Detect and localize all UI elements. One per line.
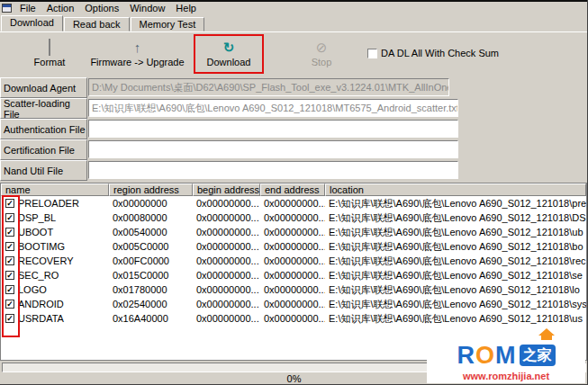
row-checkbox[interactable]: ✓ [5,300,14,309]
scatter-file-value[interactable]: E:\知识库\联想\A690\底包\Lenovo A690_S012_12101… [88,99,458,117]
download-agent-value[interactable]: D:\My Documents\桌面\D62\A690\SP_Flash_Too… [88,78,449,96]
region-address-cell: 0x16A40000 [109,311,193,326]
table-row[interactable]: ✓ SEC_RO 0x015C0000 0x00000000... 0x0000… [1,268,586,282]
scatter-file-row: Scatter-loading File E:\知识库\联想\A690\底包\L… [0,98,588,119]
menu-options[interactable]: Options [79,2,124,14]
tab-memory-test[interactable]: Memory Test [131,17,205,31]
begin-address-cell: 0x00000000... [193,268,260,282]
partition-name-cell: ✓ BOOTIMG [1,239,109,254]
download-agent-label: Download Agent [0,77,87,98]
partition-name-cell: ✓ RECOVERY [1,254,109,268]
format-icon [49,39,50,56]
tab-bar: Download Read back Memory Test [1,15,205,31]
window-icon[interactable] [2,4,12,13]
romzhijia-wordmark: ROM 之家 [457,341,555,370]
tab-download[interactable]: Download [1,15,63,31]
partition-name: SEC_RO [18,268,59,282]
stop-button-label: Stop [312,57,332,67]
download-button[interactable]: ↻ Download [196,37,261,71]
location-cell: E:\知识库\联想\A690\底包\Lenovo A690_S012_12101… [325,239,586,254]
table-row[interactable]: ✓ DSP_BL 0x00080000 0x00000000... 0x0000… [1,210,586,225]
certification-file-label: Certification File [0,139,87,160]
stop-button[interactable]: ⊘ Stop [293,37,350,71]
stop-icon: ⊘ [316,40,328,55]
begin-address-cell: 0x00000000... [193,196,260,210]
row-checkbox[interactable]: ✓ [5,314,14,323]
begin-address-cell: 0x00000000... [193,311,260,326]
partition-name: ANDROID [18,297,64,311]
end-address-cell: 0x00000000... [260,210,325,225]
authentication-file-row: Authentication File [0,119,588,139]
column-header-region-address[interactable]: region address [109,184,193,196]
firmware-upgrade-button[interactable]: ↑ Firmware -> Upgrade [90,37,185,71]
location-cell: E:\知识库\联想\A690\底包\Lenovo A690_S012_12101… [325,268,586,282]
certification-file-row: Certification File [0,139,588,160]
end-address-cell: 0x00000000... [260,254,325,268]
menu-window[interactable]: Window [124,2,170,14]
end-address-cell: 0x00000000... [260,282,325,297]
tab-read-back[interactable]: Read back [64,17,130,31]
logo-url: www.romzhijia.net [463,370,549,383]
column-header-end-address[interactable]: end address [260,184,325,196]
row-checkbox[interactable]: ✓ [5,199,14,208]
partition-name-cell: ✓ SEC_RO [1,268,109,282]
table-row[interactable]: ✓ RECOVERY 0x00FC0000 0x00000000... 0x00… [1,254,586,268]
row-checkbox[interactable]: ✓ [5,271,14,280]
location-cell: E:\知识库\联想\A690\底包\Lenovo A690_S012_12101… [325,254,586,268]
location-cell: E:\知识库\联想\A690\底包\Lenovo A690_S012_12101… [325,225,586,239]
partition-name-cell: ✓ USRDATA [1,311,109,326]
column-header-location[interactable]: location [325,184,586,196]
table-row[interactable]: ✓ LOGO 0x01780000 0x00000000... 0x000000… [1,282,586,297]
region-address-cell: 0x01780000 [109,282,193,297]
region-address-cell: 0x00FC0000 [109,254,193,268]
begin-address-cell: 0x00000000... [193,210,260,225]
row-checkbox[interactable]: ✓ [5,242,14,251]
partition-name: PRELOADER [18,196,79,210]
scatter-file-label: Scatter-loading File [0,98,87,119]
da-dl-checksum-option: DA DL All With Check Sum [367,48,499,58]
house-icon [538,328,555,340]
column-header-name[interactable]: name [1,184,109,196]
sp-flash-tool-window: File Action Options Window Help Download… [0,0,588,385]
menu-action[interactable]: Action [41,2,80,14]
end-address-cell: 0x00000000... [260,311,325,326]
partition-table-header: name region address begin address end ad… [1,184,586,196]
end-address-cell: 0x00000000... [260,196,325,210]
authentication-file-value[interactable] [88,120,458,138]
partition-name-cell: ✓ ANDROID [1,297,109,311]
row-checkbox[interactable]: ✓ [5,228,14,237]
table-row[interactable]: ✓ USRDATA 0x16A40000 0x00000000... 0x000… [1,311,586,326]
partition-name: UBOOT [18,225,53,239]
region-address-cell: 0x005C0000 [109,239,193,254]
table-row[interactable]: ✓ BOOTIMG 0x005C0000 0x00000000... 0x000… [1,239,586,254]
begin-address-cell: 0x00000000... [193,239,260,254]
table-row[interactable]: ✓ PRELOADER 0x00000000 0x00000000... 0x0… [1,196,586,210]
row-checkbox[interactable]: ✓ [5,285,14,294]
partition-name-cell: ✓ UBOOT [1,225,109,239]
region-address-cell: 0x02540000 [109,297,193,311]
region-address-cell: 0x00540000 [109,225,193,239]
begin-address-cell: 0x00000000... [193,297,260,311]
partition-name-cell: ✓ PRELOADER [1,196,109,210]
location-cell: E:\知识库\联想\A690\底包\Lenovo A690_S012_12101… [325,210,586,225]
location-cell: E:\知识库\联想\A690\底包\Lenovo A690_S012_12101… [325,196,586,210]
table-row[interactable]: ✓ UBOOT 0x00540000 0x00000000... 0x00000… [1,225,586,239]
region-address-cell: 0x015C0000 [109,268,193,282]
download-button-label: Download [207,57,251,67]
format-button[interactable]: Format [14,37,86,71]
table-row[interactable]: ✓ ANDROID 0x02540000 0x00000000... 0x000… [1,297,586,311]
da-dl-checksum-checkbox[interactable] [367,49,377,58]
menu-help[interactable]: Help [170,2,202,14]
download-icon: ↻ [223,40,235,55]
column-header-begin-address[interactable]: begin address [193,184,260,196]
menu-file[interactable]: File [14,2,41,14]
begin-address-cell: 0x00000000... [193,225,260,239]
logo-suffix-badge: 之家 [520,345,556,366]
nand-util-file-value[interactable] [88,161,458,179]
menu-bar: File Action Options Window Help [0,2,587,14]
partition-name: DSP_BL [18,210,56,225]
firmware-upgrade-button-label: Firmware -> Upgrade [90,57,184,67]
row-checkbox[interactable]: ✓ [5,213,14,222]
row-checkbox[interactable]: ✓ [5,256,14,265]
certification-file-value[interactable] [88,140,458,158]
